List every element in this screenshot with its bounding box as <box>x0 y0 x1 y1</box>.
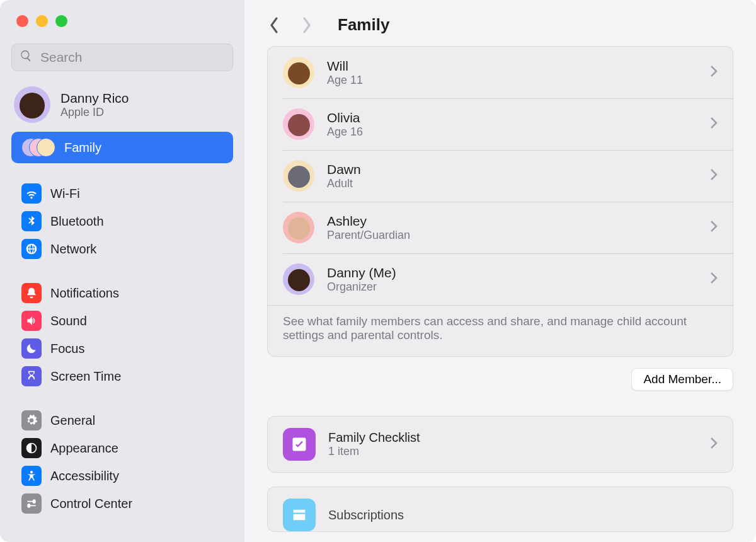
member-role: Adult <box>327 177 361 190</box>
sidebar-item-general[interactable]: General <box>11 407 233 434</box>
chevron-right-icon <box>710 117 718 132</box>
gear-icon <box>21 410 42 430</box>
speaker-icon <box>21 311 42 331</box>
sidebar-item-focus[interactable]: Focus <box>11 335 233 362</box>
sidebar-item-family[interactable]: Family <box>11 132 233 163</box>
sidebar-item-label: Network <box>50 242 96 257</box>
member-name: Will <box>327 59 363 74</box>
family-cluster-icon <box>21 137 55 158</box>
family-member-row[interactable]: Olivia Age 16 <box>268 98 733 150</box>
globe-icon <box>21 239 42 259</box>
member-name: Dawn <box>327 162 361 177</box>
avatar <box>283 160 314 192</box>
sidebar-item-network[interactable]: Network <box>11 235 233 263</box>
page-title: Family <box>338 15 389 35</box>
sidebar-item-accessibility[interactable]: Accessibility <box>11 462 233 490</box>
family-members-footer: See what family members can access and s… <box>268 305 733 356</box>
avatar <box>14 86 50 123</box>
subscriptions-icon <box>283 499 316 531</box>
family-members-panel: Will Age 11 Olivia Age 16 Dawn Adult Ash… <box>267 46 733 357</box>
subscriptions-row[interactable]: Subscriptions <box>268 487 733 531</box>
forward-button[interactable] <box>300 16 314 35</box>
sidebar-item-label: Sound <box>50 314 87 328</box>
chevron-right-icon <box>710 65 718 81</box>
svg-point-1 <box>30 471 33 473</box>
search-input[interactable] <box>39 49 225 66</box>
member-role: Organizer <box>327 280 396 294</box>
member-role: Parent/Guardian <box>327 229 410 242</box>
chevron-right-icon <box>710 168 718 184</box>
sidebar-item-label: Screen Time <box>50 369 121 384</box>
sidebar-item-label: General <box>50 413 95 428</box>
sidebar-item-label: Notifications <box>50 286 119 301</box>
sidebar-item-apple-id[interactable]: Danny Rico Apple ID <box>0 80 244 129</box>
sidebar-item-appearance[interactable]: Appearance <box>11 434 233 462</box>
chevron-right-icon <box>710 220 718 236</box>
chevron-right-icon <box>710 272 718 287</box>
moon-icon <box>21 338 42 359</box>
sidebar-item-label: Bluetooth <box>50 214 104 229</box>
sidebar-item-label: Wi-Fi <box>50 187 80 201</box>
fullscreen-button[interactable] <box>55 15 67 27</box>
sidebar-item-label: Appearance <box>50 441 118 456</box>
minimize-button[interactable] <box>36 15 48 27</box>
avatar <box>283 57 314 88</box>
member-role: Age 11 <box>327 74 363 87</box>
family-member-row[interactable]: Danny (Me) Organizer <box>268 253 733 305</box>
avatar <box>283 108 314 140</box>
subscriptions-panel: Subscriptions <box>267 487 733 532</box>
member-name: Olivia <box>327 110 363 125</box>
member-name: Ashley <box>327 214 410 229</box>
close-button[interactable] <box>16 15 28 27</box>
checklist-title: Family Checklist <box>328 430 420 445</box>
account-sub: Apple ID <box>60 106 129 119</box>
sidebar-item-notifications[interactable]: Notifications <box>11 279 233 307</box>
account-name: Danny Rico <box>60 91 129 106</box>
sidebar-item-sound[interactable]: Sound <box>11 307 233 335</box>
member-role: Age 16 <box>327 125 363 139</box>
sidebar-item-control-center[interactable]: Control Center <box>11 490 233 517</box>
checklist-icon <box>283 428 316 461</box>
family-member-row[interactable]: Ashley Parent/Guardian <box>268 202 733 253</box>
member-name: Danny (Me) <box>327 265 396 280</box>
main-content: Family Will Age 11 Olivia Age 16 Dawn Ad… <box>244 0 756 542</box>
sidebar-item-label: Focus <box>50 342 84 356</box>
avatar <box>283 212 314 243</box>
chevron-right-icon <box>710 437 718 453</box>
bell-icon <box>21 283 42 303</box>
hourglass-icon <box>21 366 42 386</box>
bt-icon <box>21 211 42 231</box>
sidebar-nav: Family Wi-FiBluetoothNetworkNotification… <box>0 129 244 517</box>
add-member-button[interactable]: Add Member... <box>631 368 733 391</box>
sidebar-item-label: Family <box>64 141 101 155</box>
family-member-row[interactable]: Will Age 11 <box>268 47 733 98</box>
acc-icon <box>21 466 42 486</box>
appearance-icon <box>21 438 42 458</box>
search-field[interactable] <box>11 43 233 71</box>
sidebar-item-label: Accessibility <box>50 469 119 483</box>
search-icon <box>20 49 33 66</box>
back-button[interactable] <box>267 16 281 35</box>
settings-window: Danny Rico Apple ID Family Wi-FiBluetoot… <box>0 0 756 542</box>
subscriptions-title: Subscriptions <box>328 508 404 522</box>
checklist-sub: 1 item <box>328 445 420 458</box>
sidebar: Danny Rico Apple ID Family Wi-FiBluetoot… <box>0 0 244 542</box>
sidebar-item-label: Control Center <box>50 497 132 511</box>
avatar <box>283 263 314 295</box>
sidebar-item-wi-fi[interactable]: Wi-Fi <box>11 180 233 207</box>
header: Family <box>244 0 756 46</box>
family-member-row[interactable]: Dawn Adult <box>268 150 733 202</box>
family-checklist-row[interactable]: Family Checklist 1 item <box>268 417 733 472</box>
family-checklist-panel: Family Checklist 1 item <box>267 416 733 473</box>
window-controls <box>0 15 244 43</box>
cc-icon <box>21 493 42 514</box>
sidebar-item-screen-time[interactable]: Screen Time <box>11 362 233 390</box>
sidebar-item-bluetooth[interactable]: Bluetooth <box>11 207 233 235</box>
wifi-icon <box>21 183 42 204</box>
